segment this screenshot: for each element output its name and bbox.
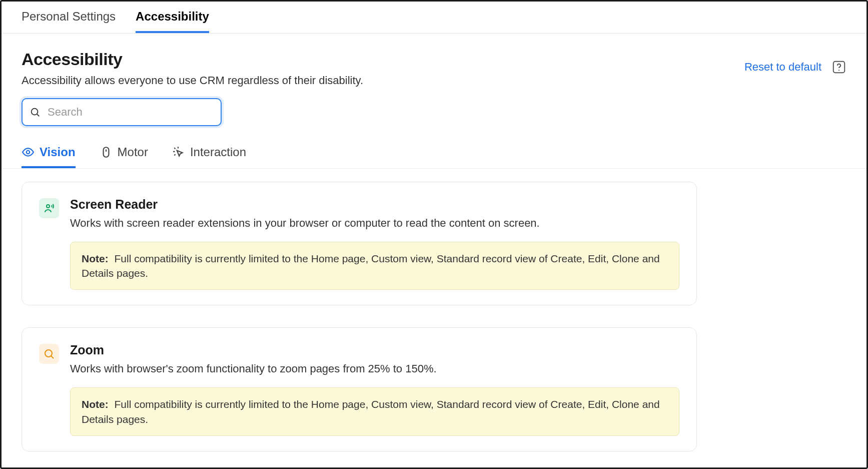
search-input[interactable] (22, 98, 222, 126)
note-label: Note: (82, 398, 109, 410)
subtab-interaction-label: Interaction (190, 145, 246, 159)
page-header-text: Accessibility Accessibility allows every… (22, 50, 363, 87)
page-body: Accessibility Accessibility allows every… (2, 34, 866, 451)
svg-point-7 (47, 205, 50, 208)
card-screen-reader-desc: Works with screen reader extensions in y… (70, 216, 540, 231)
page-header-actions: Reset to default (744, 60, 846, 75)
top-tab-bar: Personal Settings Accessibility (2, 2, 866, 34)
tab-personal-settings[interactable]: Personal Settings (22, 2, 116, 33)
card-zoom-title: Zoom (70, 343, 437, 357)
page-title: Accessibility (22, 50, 363, 69)
reset-to-default-link[interactable]: Reset to default (744, 61, 821, 74)
note-label: Note: (82, 253, 109, 264)
zoom-icon (39, 344, 59, 364)
card-screen-reader-note: Note: Full compatibility is currently li… (70, 242, 679, 290)
cursor-click-icon (172, 146, 185, 159)
search-icon (30, 107, 41, 118)
page-header: Accessibility Accessibility allows every… (22, 50, 846, 87)
card-screen-reader-text: Screen Reader Works with screen reader e… (70, 197, 540, 231)
subtab-motor[interactable]: Motor (100, 140, 148, 168)
note-text: Full compatibility is currently limited … (82, 398, 660, 424)
search-field-wrap (22, 98, 222, 126)
eye-icon (22, 146, 35, 159)
card-zoom: Zoom Works with browser's zoom functiona… (22, 327, 697, 451)
svg-rect-5 (103, 147, 109, 157)
subtab-vision[interactable]: Vision (22, 140, 76, 168)
svg-line-9 (52, 356, 54, 359)
card-screen-reader-head: Screen Reader Works with screen reader e… (39, 197, 679, 231)
note-text: Full compatibility is currently limited … (82, 253, 660, 279)
page-subtitle: Accessibility allows everyone to use CRM… (22, 74, 363, 87)
help-icon[interactable] (831, 60, 846, 75)
subtab-motor-label: Motor (118, 145, 148, 159)
card-screen-reader-title: Screen Reader (70, 197, 540, 212)
tab-accessibility[interactable]: Accessibility (136, 2, 209, 33)
svg-point-1 (838, 70, 839, 71)
subtab-vision-label: Vision (40, 145, 76, 159)
card-zoom-text: Zoom Works with browser's zoom functiona… (70, 343, 437, 376)
mouse-icon (100, 146, 113, 159)
accessibility-sub-tabs: Vision Motor Interaction (2, 140, 866, 169)
svg-line-3 (37, 114, 39, 116)
svg-point-8 (45, 350, 52, 357)
accessibility-cards: Screen Reader Works with screen reader e… (22, 182, 697, 451)
card-zoom-note: Note: Full compatibility is currently li… (70, 387, 679, 436)
subtab-interaction[interactable]: Interaction (172, 140, 246, 168)
card-zoom-head: Zoom Works with browser's zoom functiona… (39, 343, 679, 376)
card-zoom-desc: Works with browser's zoom functionality … (70, 361, 437, 376)
screen-reader-icon (39, 198, 59, 218)
card-screen-reader: Screen Reader Works with screen reader e… (22, 182, 697, 305)
svg-point-2 (32, 109, 38, 115)
svg-point-4 (27, 151, 30, 154)
settings-window: Personal Settings Accessibility Accessib… (0, 0, 868, 469)
